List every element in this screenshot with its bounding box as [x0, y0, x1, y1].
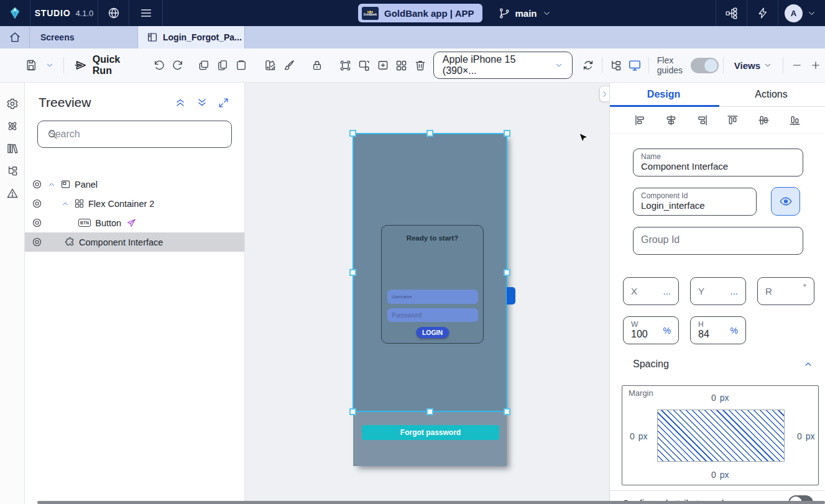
- duplicate-button[interactable]: [195, 55, 213, 76]
- component-id-field[interactable]: Component Id Login_interface: [633, 188, 757, 216]
- flex-guides-toggle[interactable]: [691, 58, 719, 73]
- selection-handle-bottom-right[interactable]: [504, 408, 510, 415]
- theme-button[interactable]: [261, 55, 280, 76]
- save-button[interactable]: [22, 55, 40, 76]
- selection-handle-top-right[interactable]: [504, 130, 510, 137]
- visibility-eye-icon[interactable]: [32, 237, 42, 247]
- layout-tree-icon: [609, 59, 622, 72]
- expand-panel-icon[interactable]: [218, 96, 229, 109]
- integrations-button[interactable]: [716, 0, 747, 26]
- views-dropdown[interactable]: Views: [728, 60, 778, 71]
- name-field[interactable]: Name Component Interface: [633, 149, 803, 176]
- selection-handle-bottom-center[interactable]: [426, 408, 433, 415]
- zoom-out-button[interactable]: [788, 55, 806, 76]
- layout-tree-button[interactable]: [607, 55, 625, 76]
- align-right-icon[interactable]: [696, 114, 709, 127]
- treeview-panel-icon[interactable]: [6, 165, 19, 177]
- login-button[interactable]: LOGIN: [416, 327, 449, 338]
- branch-selector[interactable]: main: [499, 7, 551, 19]
- main-menu-button[interactable]: [129, 0, 162, 26]
- add-container-button[interactable]: [374, 55, 392, 76]
- width-field[interactable]: W 100 %: [623, 316, 679, 344]
- device-selector[interactable]: Apple iPhone 15 (390×...: [433, 52, 573, 79]
- collapse-all-icon[interactable]: [174, 96, 187, 109]
- visibility-eye-icon[interactable]: [32, 179, 42, 190]
- y-position-field[interactable]: Y ...: [690, 277, 746, 305]
- delete-button[interactable]: [411, 55, 430, 76]
- align-center-horizontal-icon[interactable]: [665, 114, 678, 127]
- rotation-field[interactable]: R °: [757, 277, 814, 305]
- search-input[interactable]: [38, 121, 231, 147]
- forgot-password-button[interactable]: Forgot password: [362, 425, 499, 440]
- preview-monitor-button[interactable]: [625, 55, 644, 76]
- tree-row-flex-container[interactable]: Flex Container 2: [25, 194, 244, 213]
- height-field[interactable]: H 84 %: [690, 316, 746, 344]
- selected-component-interface[interactable]: Ready to start? Username Password LOGIN: [353, 134, 507, 411]
- settings-gear-icon[interactable]: [6, 98, 19, 110]
- user-menu[interactable]: A: [778, 4, 825, 22]
- margin-left-value[interactable]: 0px: [630, 431, 648, 441]
- component-visibility-button[interactable]: [771, 187, 800, 216]
- paste-button[interactable]: [232, 55, 251, 76]
- selection-handle-top-left[interactable]: [349, 130, 356, 137]
- zoom-in-button[interactable]: [806, 55, 825, 76]
- margin-bottom-value[interactable]: 0px: [711, 470, 729, 480]
- tree-row-component-interface[interactable]: Component Interface: [25, 232, 244, 252]
- save-options-button[interactable]: [40, 55, 59, 76]
- align-bottom-icon[interactable]: [788, 114, 801, 127]
- group-button[interactable]: [336, 55, 355, 76]
- component-drag-tab[interactable]: [507, 287, 515, 305]
- margin-editor[interactable]: Margin 0px 0px 0px 0px: [622, 385, 819, 485]
- chevron-up-icon[interactable]: [61, 199, 70, 208]
- studio-logo[interactable]: [0, 0, 30, 26]
- library-books-icon[interactable]: [6, 142, 19, 155]
- app-badge[interactable]: GoldBank GoldBank app | APP: [358, 4, 482, 22]
- selection-handle-middle-right[interactable]: [504, 269, 510, 276]
- x-position-field[interactable]: X ...: [623, 277, 679, 305]
- inspector-collapse-button[interactable]: [599, 86, 609, 102]
- align-center-vertical-icon[interactable]: [757, 114, 770, 127]
- align-left-icon[interactable]: [634, 114, 647, 127]
- selection-handle-bottom-left[interactable]: [349, 408, 356, 415]
- margin-right-value[interactable]: 0px: [797, 431, 815, 441]
- quick-run-button[interactable]: Quick Run: [68, 54, 145, 76]
- username-field[interactable]: Username: [387, 290, 478, 304]
- language-button[interactable]: [98, 0, 129, 26]
- password-field[interactable]: Password: [387, 308, 478, 322]
- home-tab[interactable]: [0, 26, 30, 48]
- undo-button[interactable]: [150, 55, 168, 76]
- selection-handle-top-center[interactable]: [426, 130, 433, 137]
- warnings-icon[interactable]: [6, 187, 19, 199]
- align-top-icon[interactable]: [726, 114, 739, 127]
- lightning-icon: [757, 7, 769, 19]
- visibility-eye-icon[interactable]: [32, 218, 42, 228]
- margin-top-value[interactable]: 0px: [711, 393, 729, 403]
- selection-handle-middle-left[interactable]: [349, 269, 356, 276]
- rotate-device-button[interactable]: [579, 55, 597, 76]
- tree-row-button[interactable]: BTN Button: [25, 213, 244, 232]
- section-collapse-chevron-icon[interactable]: [803, 359, 813, 369]
- logic-atom-icon[interactable]: [6, 120, 19, 132]
- copy-button[interactable]: [213, 55, 232, 76]
- tree-search-box: [37, 121, 232, 148]
- lock-button[interactable]: [308, 55, 326, 76]
- ungroup-button[interactable]: [355, 55, 374, 76]
- device-frame[interactable]: Ready to start? Username Password LOGIN: [353, 134, 507, 466]
- horizontal-scrollbar[interactable]: [37, 501, 825, 504]
- redo-button[interactable]: [168, 55, 187, 76]
- tree-row-panel[interactable]: Panel: [25, 175, 244, 194]
- tab-screens[interactable]: Screens: [30, 26, 138, 48]
- style-brush-button[interactable]: [280, 55, 298, 76]
- tab-login-forgot-screen[interactable]: Login_Forgot_Pa...: [138, 26, 245, 48]
- expand-all-icon[interactable]: [196, 96, 208, 109]
- tab-actions[interactable]: Actions: [717, 83, 825, 106]
- group-id-field[interactable]: Group Id: [633, 227, 803, 255]
- chevron-up-icon[interactable]: [47, 180, 56, 189]
- design-canvas[interactable]: Ready to start? Username Password LOGIN: [245, 83, 609, 504]
- frame-plus-icon: [377, 59, 389, 71]
- visibility-eye-icon[interactable]: [32, 198, 42, 209]
- quick-actions-button[interactable]: [747, 0, 778, 26]
- components-button[interactable]: [392, 55, 411, 76]
- tab-design[interactable]: Design: [610, 83, 717, 106]
- login-card[interactable]: Ready to start? Username Password LOGIN: [381, 225, 484, 344]
